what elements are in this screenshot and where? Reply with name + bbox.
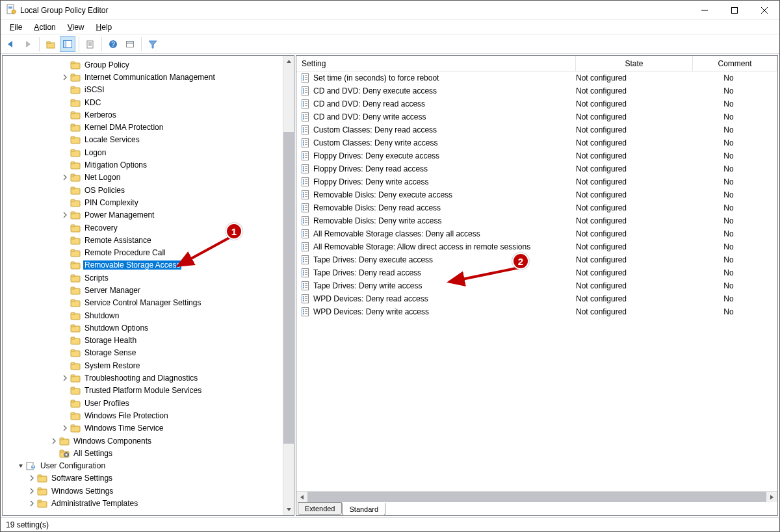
expander-icon[interactable] — [60, 110, 69, 119]
list-row[interactable]: WPD Devices: Deny read accessNot configu… — [296, 292, 777, 305]
expander-icon[interactable] — [60, 73, 69, 81]
tab-extended[interactable]: Extended — [298, 502, 342, 515]
expander-icon[interactable] — [60, 374, 69, 383]
expander-icon[interactable] — [16, 462, 25, 470]
tree-item[interactable]: Logon — [3, 146, 294, 158]
tree[interactable]: Group PolicyInternet Communication Manag… — [3, 56, 294, 513]
expander-icon[interactable] — [60, 173, 69, 182]
list-row[interactable]: Tape Drives: Deny execute accessNot conf… — [296, 253, 777, 266]
minimize-button[interactable] — [690, 1, 720, 20]
expander-icon[interactable] — [60, 299, 69, 307]
expander-icon[interactable] — [60, 399, 69, 407]
expander-icon[interactable] — [60, 323, 69, 332]
tree-item[interactable]: User Profiles — [3, 397, 294, 409]
list-row[interactable]: Floppy Drives: Deny write accessNot conf… — [296, 175, 777, 188]
list-row[interactable]: Custom Classes: Deny write accessNot con… — [296, 136, 777, 149]
tree-item[interactable]: Shutdown — [3, 309, 294, 322]
expander-icon[interactable] — [60, 349, 69, 357]
list-row[interactable]: All Removable Storage: Allow direct acce… — [296, 240, 777, 253]
scroll-left-icon[interactable] — [296, 492, 307, 502]
tree-item[interactable]: Windows File Protection — [3, 409, 294, 422]
list-hscrollbar[interactable] — [296, 491, 777, 502]
expander-icon[interactable] — [60, 424, 69, 433]
tree-item[interactable]: iSCSI — [3, 84, 294, 96]
tree-item[interactable]: Internet Communication Management — [3, 71, 294, 83]
forward-button[interactable] — [20, 36, 36, 52]
list-row[interactable]: CD and DVD: Deny execute accessNot confi… — [296, 84, 777, 97]
column-setting[interactable]: Setting — [296, 56, 576, 71]
list-row[interactable]: Tape Drives: Deny read accessNot configu… — [296, 266, 777, 279]
tree-item[interactable]: All Settings — [3, 447, 294, 459]
tree-item[interactable]: Service Control Manager Settings — [3, 297, 294, 309]
tree-item[interactable]: Windows Time Service — [3, 422, 294, 435]
tree-item[interactable]: Storage Sense — [3, 347, 294, 359]
column-comment[interactable]: Comment — [693, 56, 777, 71]
tree-item[interactable]: KDC — [3, 96, 294, 108]
list-row[interactable]: CD and DVD: Deny write accessNot configu… — [296, 110, 777, 123]
tree-item[interactable]: Scripts — [3, 272, 294, 284]
list-row[interactable]: Custom Classes: Deny read accessNot conf… — [296, 123, 777, 136]
expander-icon[interactable] — [60, 236, 69, 244]
tree-item[interactable]: Power Management — [3, 209, 294, 222]
menu-help[interactable]: Help — [91, 21, 118, 33]
expander-icon[interactable] — [27, 474, 36, 483]
expander-icon[interactable] — [60, 123, 69, 132]
list-row[interactable]: Removable Disks: Deny write accessNot co… — [296, 214, 777, 227]
list-row[interactable]: CD and DVD: Deny read accessNot configur… — [296, 97, 777, 110]
expander-icon[interactable] — [60, 261, 69, 270]
expander-icon[interactable] — [60, 361, 69, 370]
scroll-up-icon[interactable] — [283, 56, 294, 67]
list-row[interactable]: WPD Devices: Deny write accessNot config… — [296, 305, 777, 318]
tree-item[interactable]: Shutdown Options — [3, 322, 294, 334]
list-body[interactable]: Set time (in seconds) to force rebootNot… — [296, 71, 777, 515]
tree-item[interactable]: Software Settings — [3, 472, 294, 485]
filter-button[interactable] — [145, 36, 161, 52]
expander-icon[interactable] — [60, 223, 69, 232]
list-row[interactable]: Removable Disks: Deny execute accessNot … — [296, 188, 777, 201]
tree-item[interactable]: Removable Storage Access — [3, 259, 294, 272]
help-button[interactable]: ? — [105, 36, 121, 52]
expander-icon[interactable] — [60, 161, 69, 170]
tree-item[interactable]: PIN Complexity — [3, 196, 294, 209]
scroll-thumb[interactable] — [283, 132, 294, 444]
list-row[interactable]: All Removable Storage classes: Deny all … — [296, 227, 777, 240]
list-row[interactable]: Set time (in seconds) to force rebootNot… — [296, 71, 777, 84]
tree-item[interactable]: System Restore — [3, 359, 294, 372]
expander-icon[interactable] — [60, 186, 69, 194]
tree-item[interactable]: Group Policy — [3, 58, 294, 71]
menu-action[interactable]: Action — [29, 21, 60, 33]
expander-icon[interactable] — [60, 386, 69, 395]
tree-item[interactable]: Locale Services — [3, 134, 294, 146]
list-row[interactable]: Tape Drives: Deny write accessNot config… — [296, 279, 777, 292]
expander-icon[interactable] — [60, 311, 69, 320]
tree-item[interactable]: Storage Health — [3, 335, 294, 347]
maximize-button[interactable] — [720, 1, 749, 20]
column-state[interactable]: State — [576, 56, 693, 71]
expander-icon[interactable] — [60, 98, 69, 107]
expander-icon[interactable] — [60, 136, 69, 144]
expander-icon[interactable] — [27, 487, 36, 495]
expander-icon[interactable] — [60, 411, 69, 420]
list-row[interactable]: Floppy Drives: Deny execute accessNot co… — [296, 149, 777, 162]
hscroll-thumb[interactable] — [307, 492, 766, 502]
tree-item[interactable]: Administrative Templates — [3, 497, 294, 509]
scroll-right-icon[interactable] — [766, 492, 777, 502]
expander-icon[interactable] — [49, 449, 58, 457]
menu-view[interactable]: View — [62, 21, 90, 33]
tree-item[interactable]: Net Logon — [3, 171, 294, 184]
list-row[interactable]: Removable Disks: Deny read accessNot con… — [296, 201, 777, 214]
expander-icon[interactable] — [49, 437, 58, 445]
tree-item[interactable]: Remote Assistance — [3, 234, 294, 246]
tree-scrollbar[interactable] — [283, 56, 294, 515]
tab-standard[interactable]: Standard — [342, 503, 385, 516]
expander-icon[interactable] — [60, 336, 69, 345]
tree-item[interactable]: Kernel DMA Protection — [3, 121, 294, 133]
list-row[interactable]: Floppy Drives: Deny read accessNot confi… — [296, 162, 777, 175]
tree-item[interactable]: Mitigation Options — [3, 158, 294, 171]
scroll-down-icon[interactable] — [283, 504, 294, 515]
expander-icon[interactable] — [60, 249, 69, 257]
up-button[interactable] — [43, 36, 58, 52]
expander-icon[interactable] — [60, 211, 69, 220]
expander-icon[interactable] — [60, 273, 69, 282]
tree-item[interactable]: OS Policies — [3, 184, 294, 196]
